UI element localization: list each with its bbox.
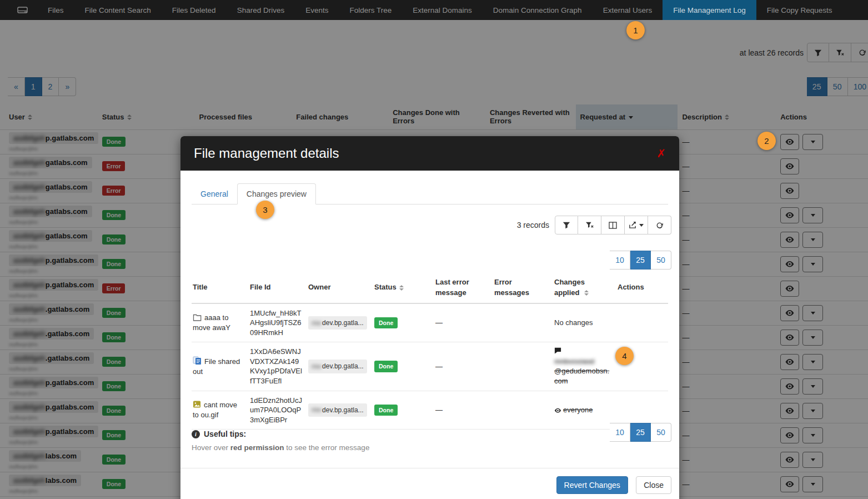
- modal-table-header-row: Title File Id Owner Status Last error me…: [192, 274, 668, 303]
- close-button[interactable]: Close: [636, 476, 671, 494]
- tab-changes-preview[interactable]: Changes preview: [237, 183, 316, 204]
- filter-button[interactable]: [555, 216, 578, 234]
- status-badge: Done: [374, 405, 398, 416]
- redacted-owner-prefix: mw: [312, 319, 321, 327]
- folder-icon: [193, 314, 202, 321]
- changes-preview-table: Title File Id Owner Status Last error me…: [192, 274, 668, 430]
- clear-filter-button[interactable]: [578, 216, 601, 234]
- useful-tips: iUseful tips: Hover over red permission …: [192, 430, 369, 452]
- modal-table-row: aaaa to move awaY 1MUcfw_hH8kTAHgsliU9fj…: [192, 303, 668, 342]
- nav-tab[interactable]: Folders Tree: [339, 0, 402, 20]
- page-size-button[interactable]: 25: [630, 251, 651, 270]
- redacted-owner-prefix: mw: [312, 406, 321, 414]
- changes-applied-cell: mnbvcxzasd @gedudemobsn.com: [553, 342, 616, 391]
- column-header-changes-applied[interactable]: Changes applied: [553, 274, 616, 303]
- changes-applied-cell: everyone: [553, 391, 616, 430]
- page-size-button[interactable]: 50: [651, 251, 671, 270]
- modal-table-row: cant move to ou.gif 1dEDzn2hotUcJum7PA0L…: [192, 391, 668, 430]
- tips-heading: Useful tips:: [204, 430, 246, 438]
- nav-tab[interactable]: Files: [37, 0, 74, 20]
- comment-icon: [554, 347, 561, 354]
- modal-title: File management details: [194, 146, 339, 161]
- modal-page-size-selector-top: 102550: [610, 251, 671, 270]
- error-messages-cell: [493, 342, 553, 391]
- title-cell: File shared out: [192, 342, 249, 391]
- export-button[interactable]: [625, 216, 648, 234]
- file-id-cell: 1dEDzn2hotUcJum7PA0LOOqP3mXgEiBPr: [249, 391, 307, 430]
- modal-table-row: File shared out 1XxDA6eSWNJVDXTXZAk149KV…: [192, 342, 668, 391]
- column-header-last-error-message: Last error message: [434, 274, 493, 303]
- info-icon: i: [192, 430, 200, 438]
- column-header-error-messages: Error messages: [493, 274, 553, 303]
- page-size-button[interactable]: 10: [610, 423, 630, 442]
- nav-tab[interactable]: File Management Log: [663, 0, 756, 20]
- column-header-file-id: File Id: [249, 274, 307, 303]
- status-cell: Done: [373, 342, 434, 391]
- removed-permission-everyone: everyone: [563, 406, 593, 414]
- file-id-cell: 1XxDA6eSWNJVDXTXZAk149KVxy1pPDfaVElfTT3F…: [249, 342, 307, 391]
- nav-tab[interactable]: Shared Drives: [227, 0, 295, 20]
- modal-records-count: 3 records: [517, 221, 549, 229]
- tips-body: Hover over red permission to see the err…: [192, 443, 369, 452]
- error-messages-cell: [493, 303, 553, 342]
- columns-button[interactable]: [601, 216, 625, 234]
- status-cell: Done: [373, 303, 434, 342]
- nav-tab[interactable]: External Users: [593, 0, 663, 20]
- error-messages-cell: [493, 391, 553, 430]
- file-management-details-modal: File management details ✗ General Change…: [180, 136, 679, 499]
- sort-icon: [399, 285, 404, 291]
- column-header-title: Title: [192, 274, 249, 303]
- image-icon: [193, 400, 201, 408]
- refresh-icon: [655, 221, 664, 229]
- status-cell: Done: [373, 391, 434, 430]
- eye-icon: [554, 408, 561, 413]
- nav-tab[interactable]: Files Deleted: [162, 0, 227, 20]
- owner-email: mwdev.bp.gatla...: [308, 403, 367, 417]
- changes-applied-cell: No changes: [553, 303, 616, 342]
- modal-footer: Revert Changes Close: [180, 468, 679, 499]
- actions-cell: [616, 303, 668, 342]
- drive-logo[interactable]: [0, 0, 37, 20]
- refresh-button[interactable]: [648, 216, 671, 234]
- top-navbar: FilesFile Content SearchFiles DeletedSha…: [0, 0, 868, 20]
- filter-remove-icon: [585, 221, 594, 229]
- owner-cell: mwdev.bp.gatla...: [307, 391, 373, 430]
- page-size-button[interactable]: 10: [610, 251, 630, 270]
- owner-cell: mwdev.bp.gatla...: [307, 342, 373, 391]
- last-error-cell: —: [434, 303, 493, 342]
- last-error-cell: —: [434, 391, 493, 430]
- nav-tab[interactable]: File Content Search: [74, 0, 162, 20]
- annotation-badge-3: 3: [256, 201, 274, 219]
- nav-tab[interactable]: External Domains: [402, 0, 483, 20]
- owner-email: mwdev.bp.gatla...: [308, 360, 367, 373]
- filter-icon: [563, 221, 570, 229]
- hdd-icon: [17, 5, 28, 15]
- title-cell: cant move to ou.gif: [192, 391, 249, 430]
- nav-tab[interactable]: Domain Connection Graph: [483, 0, 593, 20]
- annotation-badge-2: 2: [757, 132, 776, 150]
- nav-tab[interactable]: File Copy Requests: [756, 0, 843, 20]
- modal-header: File management details ✗: [180, 136, 679, 171]
- modal-page-size-selector-bottom: 102550: [610, 423, 671, 442]
- nav-tab[interactable]: Events: [295, 0, 339, 20]
- page-size-button[interactable]: 25: [630, 423, 651, 442]
- revert-changes-button[interactable]: Revert Changes: [556, 476, 628, 494]
- close-icon[interactable]: ✗: [656, 148, 666, 159]
- last-error-cell: —: [434, 342, 493, 391]
- column-header-status[interactable]: Status: [373, 274, 434, 303]
- tab-general[interactable]: General: [192, 184, 237, 204]
- redacted-user-name: mnbvcxzasd: [554, 357, 594, 366]
- owner-email: mwdev.bp.gatla...: [308, 316, 367, 330]
- chevron-down-icon: [639, 224, 644, 227]
- column-header-actions: Actions: [616, 274, 668, 303]
- modal-toolbar: 3 records: [517, 216, 671, 234]
- sort-icon: [584, 290, 589, 296]
- page-size-button[interactable]: 50: [651, 423, 671, 442]
- status-badge: Done: [374, 361, 398, 372]
- status-badge: Done: [374, 317, 398, 328]
- document-icon: [193, 356, 202, 365]
- redacted-owner-prefix: mw: [312, 362, 321, 371]
- annotation-badge-4: 4: [615, 347, 634, 365]
- app-root: at least 26 records «12» 2550100: [0, 0, 868, 499]
- export-icon: [629, 221, 637, 229]
